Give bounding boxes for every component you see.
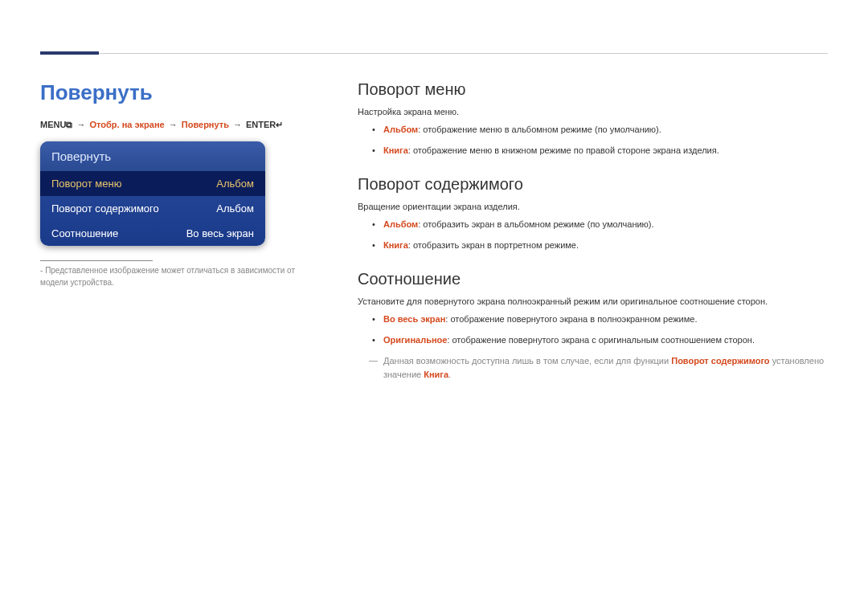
- note-post: .: [448, 370, 451, 379]
- bullet-text: : отобразить экран в портретном режиме.: [408, 240, 579, 250]
- note-accent: Книга: [424, 370, 448, 379]
- breadcrumb-enter: ENTER: [246, 120, 276, 129]
- section-title: Соотношение: [358, 270, 828, 288]
- bullet-bold: Альбом: [383, 219, 418, 229]
- breadcrumb-arrow: →: [76, 120, 85, 129]
- osd-menu-header: Повернуть: [40, 141, 265, 171]
- bullet-list: Альбом: отображение меню в альбомном реж…: [358, 123, 828, 157]
- list-item: Альбом: отобразить экран в альбомном реж…: [372, 218, 828, 232]
- note-pre: Данная возможность доступна лишь в том с…: [383, 356, 671, 366]
- breadcrumb-p1: Отобр. на экране: [90, 120, 165, 129]
- bullet-list: Альбом: отобразить экран в альбомном реж…: [358, 218, 828, 252]
- footnote: - Представленное изображение может отлич…: [40, 264, 317, 288]
- breadcrumb-menu: MENU: [40, 120, 66, 129]
- footnote-dash: -: [40, 266, 43, 275]
- bullet-text: : отображение повернутого экрана в полно…: [445, 314, 697, 324]
- breadcrumb-p2: Повернуть: [182, 120, 229, 129]
- header-divider: [99, 53, 828, 54]
- bullet-text: : отображение меню в альбомном режиме (п…: [418, 125, 661, 134]
- section-desc: Вращение ориентации экрана изделия.: [358, 202, 828, 211]
- footnote-divider: [40, 260, 153, 261]
- list-item: Альбом: отображение меню в альбомном реж…: [372, 123, 828, 137]
- left-column: Повернуть MENU⧉ → Отобр. на экране → Пов…: [40, 80, 317, 382]
- bullet-text: : отобразить экран в альбомном режиме (п…: [418, 219, 653, 229]
- bullet-bold: Книга: [383, 145, 408, 155]
- bullet-text: : отображение меню в книжном режиме по п…: [408, 145, 719, 155]
- list-item: Во весь экран: отображение повернутого э…: [372, 313, 828, 327]
- osd-menu-row[interactable]: Поворот меню Альбом: [40, 171, 265, 196]
- osd-menu-row[interactable]: Поворот содержимого Альбом: [40, 196, 265, 221]
- bullet-list: Во весь экран: отображение повернутого э…: [358, 313, 828, 347]
- section-title: Поворот меню: [358, 80, 828, 99]
- osd-menu-box: Повернуть Поворот меню Альбом Поворот со…: [40, 141, 265, 246]
- breadcrumb-arrow: →: [169, 120, 178, 129]
- enter-icon: ↵: [276, 120, 283, 129]
- section-desc: Установите для повернутого экрана полноэ…: [358, 296, 828, 306]
- osd-row-value: Альбом: [216, 178, 254, 190]
- osd-row-value: Во весь экран: [186, 227, 254, 239]
- note-accent: Поворот содержимого: [671, 356, 769, 366]
- osd-row-label: Поворот меню: [51, 178, 121, 190]
- bullet-text: : отображение повернутого экрана с ориги…: [447, 335, 755, 345]
- breadcrumb: MENU⧉ → Отобр. на экране → Повернуть → E…: [40, 120, 317, 130]
- bullet-bold: Книга: [383, 240, 408, 250]
- page-content: Повернуть MENU⧉ → Отобр. на экране → Пов…: [40, 80, 828, 382]
- osd-row-value: Альбом: [216, 202, 254, 215]
- breadcrumb-arrow: →: [233, 120, 242, 129]
- list-item: Книга: отображение меню в книжном режиме…: [372, 144, 828, 158]
- footnote-text: Представленное изображение может отличат…: [40, 266, 295, 287]
- menu-icon: ⧉: [66, 120, 72, 129]
- osd-row-label: Соотношение: [51, 227, 118, 239]
- bullet-bold: Оригинальное: [383, 335, 447, 345]
- osd-row-label: Поворот содержимого: [51, 202, 159, 215]
- header-accent-bar: [40, 51, 99, 55]
- osd-menu-row[interactable]: Соотношение Во весь экран: [40, 221, 265, 246]
- bullet-bold: Альбом: [383, 125, 418, 134]
- section-title: Поворот содержимого: [358, 175, 828, 194]
- right-column: Поворот меню Настройка экрана меню. Альб…: [358, 80, 828, 382]
- list-item: Книга: отобразить экран в портретном реж…: [372, 239, 828, 253]
- section-desc: Настройка экрана меню.: [358, 107, 828, 116]
- page-title: Повернуть: [40, 80, 317, 105]
- list-item: Оригинальное: отображение повернутого эк…: [372, 333, 828, 348]
- bullet-bold: Во весь экран: [383, 314, 445, 324]
- section-note: Данная возможность доступна лишь в том с…: [358, 354, 828, 382]
